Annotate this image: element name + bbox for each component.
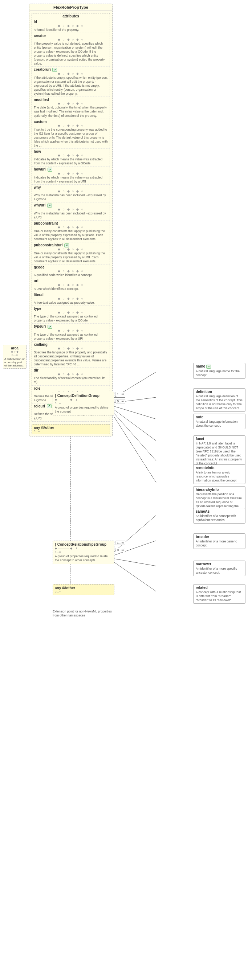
attr-type-dots: ◆ ○ ◆ ○ ◆ ○ [34,310,108,314]
area-box-dots: ◆ ○ ◆ [4,350,25,353]
attr-type: type ◆ ○ ◆ ○ ◆ ○ The type of the concept… [32,306,110,324]
cdef-mult-right-label: 0...∞ [117,399,124,403]
right-box-note-title: note [196,415,203,419]
right-box-sameas-title: sameAs [196,509,209,514]
right-box-facet-title: facet [196,437,204,441]
attr-pubconstrainturi-dots: ◆ ○ ◆ ○ ◆ ○ [34,247,108,251]
right-box-narrower-desc: An identifier of a more specific ancesto… [196,567,243,575]
attr-how-dots: ◆ ○ ◆ ○ ◆ ○ [34,153,108,157]
right-box-related-desc: A concept with a relationship that is di… [196,590,243,602]
crel-mult-right-label: 0...∞ [117,548,124,552]
attr-type-name: type [34,307,108,310]
attr-creatoruri-desc: If the attribute is empty, specifies whi… [34,76,108,96]
attr-creator-name: creator [34,34,108,38]
right-box-sameas: sameAs An identifier of a concept with e… [193,508,246,523]
attr-id: id ◆ ○ ◆ ○ ◆ ○ A formal identifier of th… [32,19,110,33]
right-box-hierarchyinfo-title: hierarchyInfo [196,488,219,492]
crel-title: { ConceptRelationshipsGroup [55,542,112,546]
crel-desc: A group of properties required to relate… [55,554,112,562]
attributes-box: attributes id ◆ ○ ◆ ○ ◆ ○ A formal ident… [32,13,110,422]
attr-xmllang-name: xmllang [34,342,108,347]
attr-qcode-desc: A qualified code which identifies a conc… [34,273,108,277]
attr-how-name: how [34,150,108,153]
crel-mult-right: 0...∞ [115,548,125,552]
attr-role-name: role [34,387,108,390]
attr-why-name: why [34,185,108,189]
attr-modified-desc: The date (and, optionally, the time) whe… [34,106,108,118]
right-box-broader: broader An identifier of a more generic … [193,533,246,549]
attr-uri-name: uri [34,279,108,283]
any-other-bottom-label: any ##other [55,586,75,590]
attr-typeuri-name: typeuri ↗ [34,325,108,329]
right-box-facet: facet In NAR 1.8 and later, facet is dep… [193,435,246,467]
attr-dir: dir ◆ ○ ◆ ○ ◆ ○ The directionality of te… [32,368,110,385]
attr-literal: literal ◆ ○ ◆ ○ ◆ ○ A free-text value as… [32,292,110,306]
attr-xmllang-desc: Specifies the language of this property … [34,350,108,366]
attr-pubconstrainturi: pubconstrainturi ↗ ◆ ○ ◆ ○ ◆ ○ One or ma… [32,242,110,264]
attr-typeuri: typeuri ↗ ◆ ○ ◆ ○ ◆ ○ The type of the co… [32,324,110,342]
attr-uri: uri ◆ ○ ◆ ○ ◆ ○ A URI which identifies a… [32,278,110,292]
any-other-label: any ##other [34,426,54,430]
attr-typeuri-dots: ◆ ○ ◆ ○ ◆ ○ [34,329,108,332]
area-box-constraint: 0...∞ [4,353,25,357]
attr-dir-dots: ◆ ○ ◆ ○ ◆ ○ [34,372,108,376]
crel-mult-left: 1...∞ [115,541,125,545]
right-box-name: name ↗ A natural language name for the c… [193,363,246,379]
attr-modified-dots: ◆ ○ ◆ ○ ◆ ○ [34,102,108,105]
attr-type-desc: The type of the concept assigned as cont… [34,315,108,323]
area-box: area ◆ ○ ◆ 0...∞ A subdivision of a coun… [3,345,27,369]
cdef-mult-left: 1...∞ [115,392,125,396]
main-box: FlexRolePropType attributes id ◆ ○ ◆ ○ ◆… [29,4,113,436]
right-box-remoteinfo-title: remoteInfo [196,466,215,470]
attr-uri-desc: A URI which identifies a concept. [34,287,108,291]
any-other-bottom-box: any ##other 0...∞ [53,584,114,595]
attr-why-desc: Why the metadata has been included - exp… [34,193,108,201]
attr-xmllang-dots: ◆ ○ ◆ ○ ◆ ○ [34,347,108,350]
any-other-constraint: 0...∞ [34,430,108,433]
attr-modified-name: modified [34,98,108,102]
attr-custom-name: custom [34,120,108,124]
attr-literal-dots: ◆ ○ ◆ ○ ◆ ○ [34,297,108,301]
attr-howuri-desc: Indicates by which means the value was e… [34,176,108,184]
right-box-broader-desc: An identifier of a more generic concept. [196,539,243,547]
attributes-title: attributes [32,13,110,19]
attr-typeuri-desc: The type of the concept assigned as cont… [34,333,108,341]
right-box-definition: definition A natural language definition… [193,388,246,412]
attr-creatoruri-uri-badge: ↗ [52,68,57,72]
right-box-facet-desc: In NAR 1.8 and later, facet is deprecate… [196,442,243,466]
right-box-name-title: name [196,364,205,368]
attr-pubconstraint-desc: One or many constraints that apply to pu… [34,229,108,241]
attr-roleuri-uri-badge: ↗ [47,404,51,408]
right-box-broader-title: broader [196,535,209,539]
attr-qcode: qcode ◆ ○ ◆ ○ ◆ ○ A qualified code which… [32,264,110,278]
attr-dir-desc: The directionality of textual content (e… [34,376,108,384]
diagram-container: FlexRolePropType attributes id ◆ ○ ◆ ○ ◆… [0,0,252,980]
crel-mult-left-label: 1...∞ [117,541,124,545]
concept-definition-group-box: { ConceptDefinitionGroup ◆ ———— ◆ 1 0...… [53,392,114,415]
right-box-definition-desc: A natural language definition of the sem… [196,395,243,410]
attr-creatoruri: creatoruri ↗ ◆ ○ ◆ ○ ◆ ○ If the attribut… [32,67,110,97]
attr-howuri: howuri ↗ ◆ ○ ◆ ○ ◆ ○ Indicates by which … [32,167,110,185]
attr-custom-desc: If set to true the corresponding propert… [34,128,108,148]
right-box-sameas-desc: An identifier of a concept with equivale… [196,514,243,522]
right-box-related: related A concept with a relationship th… [193,584,246,604]
attr-whyuri-dots: ◆ ○ ◆ ○ ◆ ○ [34,208,108,211]
attr-whyuri-uri-badge: ↗ [47,204,52,208]
right-box-remoteinfo: remoteInfo A link to an item or a web re… [193,465,246,484]
area-box-title: area [4,346,25,350]
attr-id-name: id [34,20,108,24]
right-box-note: note A natural language information abou… [193,414,246,429]
attr-qcode-name: qcode [34,265,108,269]
area-box-desc: A subdivision of a country part of the a… [4,357,25,367]
attr-pubconstrainturi-uri-badge: ↗ [64,243,69,247]
right-box-note-desc: A natural language information about the… [196,420,243,428]
attr-literal-desc: A free-text value assigned as property v… [34,301,108,305]
attr-howuri-name: howuri ↗ [34,167,108,172]
right-box-related-title: related [196,585,208,590]
attr-pubconstraint-name: pubconstraint [34,221,108,225]
attr-pubconstrainturi-name: pubconstrainturi ↗ [34,243,108,247]
right-box-definition-title: definition [196,390,212,394]
attr-literal-name: literal [34,293,108,297]
attr-xmllang: xmllang ◆ ○ ◆ ○ ◆ ○ Specifies the langua… [32,342,110,368]
attr-pubconstraint: pubconstraint ◆ ○ ◆ ○ ◆ ○ One or many co… [32,221,110,242]
